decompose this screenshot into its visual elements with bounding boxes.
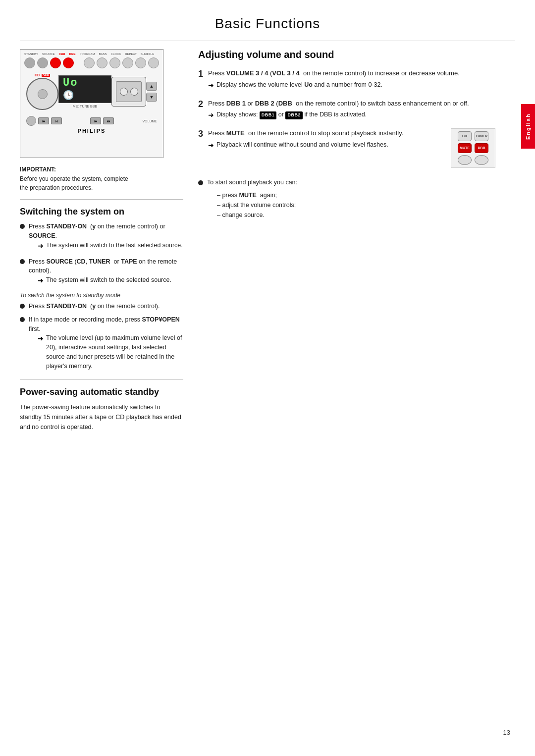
remote-image: CD TUNER MUTE DBB: [451, 128, 495, 168]
standby-bullet-1: Press STANDBY-ON (y on the remote contro…: [20, 302, 183, 311]
sound-playback-label: To start sound playback you can:: [207, 179, 297, 186]
volume-item-3: 3 CD TUNER MUTE DBB: [198, 128, 495, 172]
page-number: 13: [503, 729, 510, 736]
device-image: STANDBY SOURCE DBB DBB PROGRAM BASS CLOC…: [20, 49, 163, 158]
volume-item-2: 2 Press DBB 1 or DBB 2 (DBB on the remot…: [198, 99, 495, 123]
num-2: 2: [198, 99, 203, 110]
philips-logo: PHILIPS: [24, 128, 159, 134]
switching-section: Switching the system on Press STANDBY-ON…: [20, 207, 183, 373]
main-content: STANDBY SOURCE DBB DBB PROGRAM BASS CLOC…: [0, 49, 535, 432]
bullet-dot-2: [20, 259, 25, 264]
switching-heading: Switching the system on: [20, 207, 183, 217]
dbb1-btn: [50, 57, 61, 68]
num-1: 1: [198, 68, 203, 80]
standby-btn: [24, 57, 35, 68]
tape-slot: [111, 77, 146, 107]
language-tab: English: [521, 104, 535, 149]
vol-down-btn: [458, 155, 472, 165]
page-title: Basic Functions: [0, 0, 535, 41]
standby-bullet-2: If in tape mode or recording mode, press…: [20, 315, 183, 373]
dbb2-btn: [63, 57, 74, 68]
cd-slot: [26, 78, 58, 110]
num-3: 3: [198, 128, 203, 140]
standby-sub-heading: To switch the system to standby mode: [20, 292, 183, 299]
volume-item-1: 1 Press VOLUME 3 / 4 (VOL 3 / 4 on the r…: [198, 68, 495, 93]
top-divider: [20, 41, 515, 41]
volume-heading: Adjusting volume and sound: [198, 49, 495, 60]
device-top-row: STANDBY SOURCE DBB DBB PROGRAM BASS CLOC…: [24, 53, 159, 55]
power-saving-heading: Power-saving automatic standby: [20, 387, 183, 397]
divider-2: [20, 379, 183, 380]
playback-list: press MUTE again; adjust the volume cont…: [207, 190, 297, 220]
mute-btn: MUTE: [458, 143, 472, 153]
sound-playback-block: To start sound playback you can: press M…: [198, 178, 495, 220]
bullet-dot-1: [20, 224, 25, 229]
left-column: STANDBY SOURCE DBB DBB PROGRAM BASS CLOC…: [20, 49, 183, 432]
tuner-btn: TUNER: [475, 131, 488, 141]
bullet-1: Press STANDBY-ON (y on the remote contro…: [20, 222, 183, 253]
bullet-2: Press SOURCE (CD, TUNER or TAPE on the r…: [20, 257, 183, 288]
device-display: Uo 🕓: [58, 75, 111, 103]
divider-1: [20, 199, 183, 200]
cd-btn: CD: [458, 131, 472, 141]
important-box: IMPORTANT: Before you operate the system…: [20, 166, 183, 192]
right-column: Adjusting volume and sound 1 Press VOLUM…: [198, 49, 515, 432]
important-text: Before you operate the system, completet…: [20, 174, 183, 192]
vol-up-btn: [475, 155, 488, 165]
source-btn: [37, 57, 48, 68]
power-saving-text: The power-saving feature automatically s…: [20, 402, 183, 432]
dbb-btn: DBB: [475, 143, 488, 153]
important-label: IMPORTANT:: [20, 166, 183, 173]
power-saving-section: Power-saving automatic standby The power…: [20, 387, 183, 432]
